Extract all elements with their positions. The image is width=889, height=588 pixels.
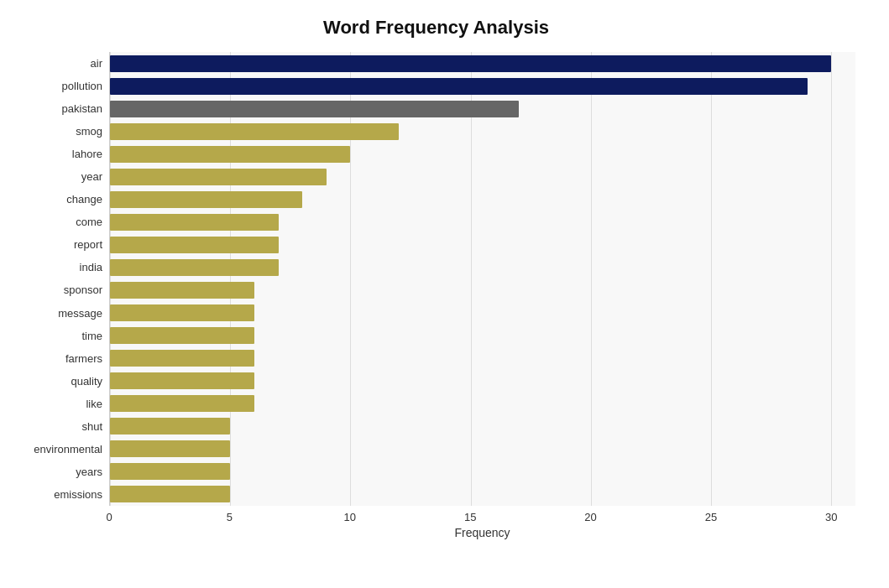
y-label-time: time — [81, 330, 102, 341]
grid-line-15 — [471, 52, 472, 506]
x-tick-25: 25 — [705, 511, 717, 523]
bars-grid — [109, 52, 855, 506]
y-label-emissions: emissions — [54, 489, 102, 500]
y-label-report: report — [74, 239, 102, 250]
y-label-year: year — [81, 171, 102, 182]
y-label-come: come — [76, 216, 102, 227]
y-label-years: years — [76, 466, 102, 477]
bar-row-change — [110, 190, 855, 209]
grid-line-20 — [591, 52, 592, 506]
grid-line-25 — [711, 52, 712, 506]
grid-line-5 — [230, 52, 231, 506]
bar-emissions — [110, 486, 230, 502]
bar-like — [110, 395, 254, 412]
x-axis: 051015202530 — [109, 506, 855, 523]
y-label-shut: shut — [81, 421, 102, 432]
chart-container: Word Frequency Analysis airpollutionpaki… — [0, 0, 889, 588]
bar-row-pollution — [110, 77, 855, 96]
bar-row-pakistan — [110, 100, 855, 118]
y-axis: airpollutionpakistansmoglahoreyearchange… — [17, 52, 109, 506]
bar-row-message — [110, 304, 855, 322]
bar-time — [110, 327, 254, 344]
bar-row-years — [110, 462, 855, 481]
bar-row-smog — [110, 122, 855, 141]
y-label-air: air — [91, 58, 102, 69]
bar-sponsor — [110, 282, 254, 299]
bar-row-emissions — [110, 485, 855, 503]
y-label-sponsor: sponsor — [64, 284, 102, 295]
bar-row-sponsor — [110, 281, 855, 299]
bar-change — [110, 191, 302, 208]
x-tick-15: 15 — [464, 511, 476, 523]
x-tick-20: 20 — [584, 511, 596, 523]
y-label-farmers: farmers — [65, 353, 102, 364]
x-tick-0: 0 — [106, 511, 112, 523]
bar-row-environmental — [110, 440, 855, 458]
x-axis-label: Frequency — [109, 526, 855, 539]
bar-row-air — [110, 55, 855, 73]
bar-row-time — [110, 326, 855, 345]
bar-row-like — [110, 394, 855, 413]
bar-come — [110, 214, 279, 231]
bar-environmental — [110, 440, 230, 457]
bar-year — [110, 169, 327, 185]
y-label-india: india — [80, 262, 102, 273]
bar-air — [110, 55, 831, 72]
x-tick-5: 5 — [227, 511, 233, 523]
grid-line-0 — [110, 52, 111, 506]
x-tick-30: 30 — [825, 511, 837, 523]
y-label-smog: smog — [76, 126, 102, 137]
y-label-pollution: pollution — [62, 81, 102, 91]
bar-row-quality — [110, 372, 855, 390]
bar-quality — [110, 372, 254, 389]
grid-line-30 — [831, 52, 832, 506]
y-label-quality: quality — [71, 376, 102, 387]
bar-row-shut — [110, 417, 855, 435]
bar-shut — [110, 418, 230, 434]
grid-lines — [110, 52, 855, 506]
bar-years — [110, 463, 230, 480]
y-label-message: message — [58, 308, 102, 319]
y-label-change: change — [66, 194, 102, 205]
bar-smog — [110, 123, 399, 140]
chart-area: airpollutionpakistansmoglahoreyearchange… — [17, 52, 855, 506]
bar-row-farmers — [110, 349, 855, 367]
chart-title: Word Frequency Analysis — [17, 17, 855, 39]
bar-row-report — [110, 236, 855, 254]
bar-report — [110, 237, 279, 253]
bar-pollution — [110, 78, 808, 95]
bar-row-india — [110, 258, 855, 277]
y-label-environmental: environmental — [34, 444, 102, 455]
grid-line-10 — [350, 52, 351, 506]
y-label-like: like — [86, 398, 102, 409]
bar-message — [110, 304, 254, 321]
y-label-lahore: lahore — [72, 148, 102, 159]
y-label-pakistan: pakistan — [62, 103, 102, 114]
bar-india — [110, 259, 279, 276]
bar-farmers — [110, 350, 254, 367]
bar-row-year — [110, 168, 855, 186]
bar-pakistan — [110, 101, 519, 117]
x-tick-10: 10 — [344, 511, 356, 523]
bar-row-lahore — [110, 145, 855, 164]
bar-row-come — [110, 213, 855, 232]
bar-lahore — [110, 146, 350, 163]
